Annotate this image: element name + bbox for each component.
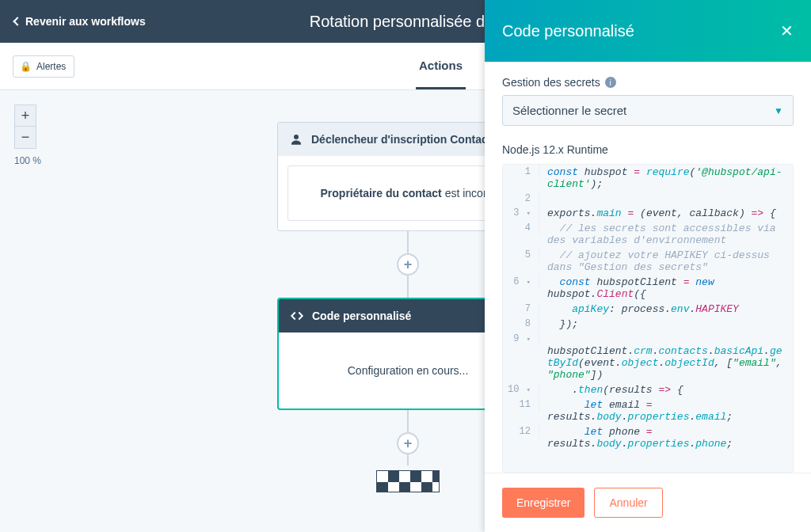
code-text: // ajoutez votre HAPIKEY ci-dessus dans … [539, 248, 793, 275]
panel-header: Code personnalisé ✕ [485, 0, 811, 62]
zoom-in-button[interactable]: + [14, 104, 36, 127]
code-text: const hubspot = require('@hubspot/api-cl… [539, 165, 793, 192]
alerts-label: Alertes [36, 61, 66, 72]
connector-line [407, 276, 409, 298]
code-text: apiKey: process.env.HAPIKEY [539, 302, 793, 317]
trigger-header-text: Déclencheur d'inscription Contact [311, 133, 491, 146]
secrets-label: Gestion des secrets i [502, 76, 794, 89]
chevron-down-icon: ▼ [774, 105, 783, 116]
code-text [539, 192, 793, 195]
tab-actions[interactable]: Actions [416, 43, 466, 89]
trigger-body-prefix: Propriétaire du contact [321, 187, 442, 200]
code-text: .then(results => { [539, 382, 793, 397]
info-icon[interactable]: i [605, 77, 616, 88]
person-icon [289, 132, 303, 146]
gutter: 2 [503, 192, 539, 206]
code-line[interactable]: 7 apiKey: process.env.HAPIKEY [503, 302, 793, 317]
panel-body: Gestion des secrets i Sélectionner le se… [485, 62, 811, 473]
alerts-button[interactable]: 🔒 Alertes [13, 55, 74, 78]
back-label: Revenir aux workflows [25, 15, 146, 28]
back-to-workflows-link[interactable]: Revenir aux workflows [14, 15, 146, 28]
code-text: let phone = results.body.properties.phon… [539, 424, 793, 451]
code-line[interactable]: 9 ▾ hubspotClient.crm.contacts.basicApi.… [503, 332, 793, 382]
gutter: 8 [503, 317, 539, 331]
save-button[interactable]: Enregistrer [502, 488, 584, 518]
lock-icon: 🔒 [20, 61, 32, 72]
code-text: const hubspotClient = new hubspot.Client… [539, 275, 793, 302]
secret-select[interactable]: Sélectionner le secret ▼ [502, 95, 794, 126]
page-title: Rotation personnalisée des [310, 13, 501, 31]
add-step-button[interactable]: + [397, 253, 419, 276]
code-line[interactable]: 10 ▾ .then(results => { [503, 382, 793, 397]
code-line[interactable]: 8 }); [503, 317, 793, 332]
chevron-left-icon [13, 17, 21, 25]
code-text: }); [539, 317, 793, 332]
code-line[interactable]: 11 let email = results.body.properties.e… [503, 397, 793, 424]
add-step-button[interactable]: + [397, 432, 419, 454]
gutter: 3 ▾ [503, 206, 539, 220]
code-line[interactable]: 5 // ajoutez votre HAPIKEY ci-dessus dan… [503, 248, 793, 275]
secrets-label-text: Gestion des secrets [502, 76, 600, 89]
connector-line [407, 454, 409, 466]
code-line[interactable]: 12 let phone = results.body.properties.p… [503, 424, 793, 451]
connector-line [407, 410, 409, 432]
code-header-text: Code personnalisé [312, 310, 411, 322]
code-text: // les secrets sont accessibles via des … [539, 221, 793, 248]
gutter: 6 ▾ [503, 275, 539, 289]
gutter: 7 [503, 302, 539, 316]
zoom-out-button[interactable]: − [14, 127, 36, 149]
cancel-button[interactable]: Annuler [594, 488, 662, 518]
finish-flag-icon [376, 470, 440, 492]
gutter: 4 [503, 221, 539, 235]
gutter: 12 [503, 424, 539, 439]
gutter: 5 [503, 248, 539, 262]
panel-title: Code personnalisé [502, 22, 634, 40]
gutter: 1 [503, 165, 539, 179]
code-text: let email = results.body.properties.emai… [539, 397, 793, 424]
code-panel: Code personnalisé ✕ Gestion des secrets … [485, 0, 811, 532]
zoom-level-label: 100 % [14, 155, 41, 166]
zoom-controls: + − 100 % [14, 104, 41, 166]
gutter: 11 [503, 397, 539, 412]
code-editor[interactable]: 1const hubspot = require('@hubspot/api-c… [502, 164, 794, 473]
gutter: 9 ▾ [503, 332, 539, 346]
code-line[interactable]: 4 // les secrets sont accessibles via de… [503, 221, 793, 248]
gutter: 10 ▾ [503, 382, 539, 397]
code-line[interactable]: 6 ▾ const hubspotClient = new hubspot.Cl… [503, 275, 793, 302]
code-line[interactable]: 2 [503, 192, 793, 206]
runtime-label: Node.js 12.x Runtime [502, 143, 794, 156]
connector-line [407, 231, 409, 253]
secret-select-placeholder: Sélectionner le secret [512, 104, 626, 117]
panel-footer: Enregistrer Annuler [485, 473, 811, 532]
svg-point-0 [294, 135, 299, 139]
code-line[interactable]: 1const hubspot = require('@hubspot/api-c… [503, 165, 793, 192]
code-text: exports.main = (event, callback) => { [539, 206, 793, 221]
code-icon [290, 309, 304, 323]
close-icon[interactable]: ✕ [780, 21, 794, 40]
code-line[interactable]: 3 ▾exports.main = (event, callback) => { [503, 206, 793, 221]
code-text: hubspotClient.crm.contacts.basicApi.getB… [539, 332, 793, 382]
